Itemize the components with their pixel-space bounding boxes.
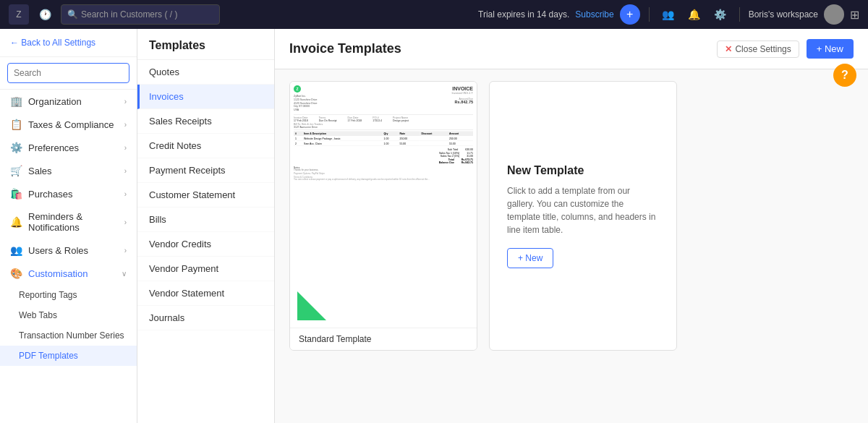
sub-nav-pdf-templates[interactable]: PDF Templates [0,346,137,366]
preferences-icon: ⚙️ [10,142,22,153]
sidebar-item-label: Purchases [28,189,72,200]
sub-nav-reporting-tags[interactable]: Reporting Tags [0,285,137,305]
workspace-label[interactable]: Boris's workspace [749,9,818,20]
organization-icon: 🏢 [10,95,22,107]
template-nav-journals[interactable]: Journals [137,306,274,330]
sidebar-item-taxes[interactable]: 📋 Taxes & Compliance › [0,113,137,136]
main-content: Invoice Templates ✕ Close Settings + New… [275,29,868,423]
invoice-terms: Terms & ConditionsYou can collect a down… [294,176,473,180]
help-button[interactable]: ? [833,64,856,87]
avatar[interactable] [824,4,844,25]
sidebar-item-label: Sales [28,166,52,176]
users-icon: 👥 [10,244,22,256]
template-nav-vendor-payment[interactable]: Vendor Payment [137,257,274,281]
sidebar-item-label: Preferences [28,142,79,153]
balance-due-row: Balance DueRs.842.75 [294,161,473,164]
invoice-row: 2Sam Acc. Claim1.0055.0055.00 [294,141,473,146]
nav-divider [649,7,650,22]
sidebar-item-customisation[interactable]: 🎨 Customisation ∨ [0,262,137,285]
invoice-title: INVOICE [452,85,474,91]
template-card-standard[interactable]: Z ZyBart Inc.1123 Sunshine Drive4123 Sun… [289,81,477,351]
due-date-field: Due Date 17 Feb 2018 [348,116,362,121]
customisation-icon: 🎨 [10,268,22,279]
new-template-description: Click to add a template from our gallery… [507,184,659,236]
left-sidebar: ← Back to All Settings 🏢 Organization › … [0,29,137,423]
chevron-right-icon: › [124,167,127,175]
template-nav-credit-notes[interactable]: Credit Notes [137,134,274,158]
sales-icon: 🛒 [10,165,22,176]
template-nav-vendor-statement[interactable]: Vendor Statement [137,281,274,306]
close-settings-label: Close Settings [735,44,791,54]
taxes-icon: 📋 [10,119,22,130]
search-placeholder: Search in Customers ( / ) [81,9,177,20]
back-to-settings[interactable]: ← Back to All Settings [0,29,137,57]
invoice-meta-row: Invoice Date 17 Feb 2018 Terms Due On Re… [294,116,473,121]
invoice-logo: Z [294,85,301,93]
settings-icon[interactable]: ⚙️ [710,4,731,25]
templates-panel-title: Templates [137,29,274,60]
sidebar-item-label: Organization [28,96,82,107]
search-icon: 🔍 [67,9,78,20]
global-search[interactable]: 🔍 Search in Customers ( / ) [61,4,220,25]
template-nav-invoices[interactable]: Invoices [137,85,274,109]
new-template-title: New Template [507,164,584,177]
add-button[interactable]: + [620,4,640,25]
content-header: Invoice Templates ✕ Close Settings + New [275,29,868,69]
tax2-row: Sales Tax 2 (5%)31.00 [294,155,473,158]
sidebar-search-input[interactable] [7,63,129,83]
sidebar-item-sales[interactable]: 🛒 Sales › [0,159,137,182]
sidebar-search-wrap [0,57,137,90]
invoice-totals: Sub Total630.00 Sales Tax 1 (10%)11.71 S… [294,148,473,164]
template-nav-vendor-credits[interactable]: Vendor Credits [137,232,274,257]
new-template-inner-button[interactable]: + New [507,248,553,268]
template-nav-bills[interactable]: Bills [137,208,274,232]
invoice-number: Invoice# INV-1 T [452,91,474,95]
close-settings-button[interactable]: ✕ Close Settings [717,40,799,58]
template-nav-sales-receipts[interactable]: Sales Receipts [137,109,274,134]
sidebar-item-label: Customisation [28,268,88,279]
content-title: Invoice Templates [289,41,401,56]
chevron-right-icon: › [124,190,127,198]
top-nav: Z 🕐 🔍 Search in Customers ( / ) Trial ex… [0,0,868,29]
amount-due-value: Rs.842.75 [452,100,474,104]
grid-icon[interactable]: ⊞ [850,8,859,22]
green-triangle-icon [297,291,326,320]
templates-panel: Templates Quotes Invoices Sales Receipts… [137,29,275,423]
template-nav-payment-receipts[interactable]: Payment Receipts [137,158,274,183]
terms-field: Terms Due On Receipt [319,116,337,121]
invoice-table: #Item & DescriptionQtyRateDiscountAmount… [294,131,473,146]
project-field: Project Name Design project [393,116,409,121]
sub-nav-web-tabs[interactable]: Web Tabs [0,305,137,325]
bell-icon[interactable]: 🔔 [684,4,705,25]
sub-nav-transaction-number-series[interactable]: Transaction Number Series [0,325,137,346]
tax1-row: Sales Tax 1 (10%)11.71 [294,151,473,154]
purchases-icon: 🛍️ [10,188,22,200]
people-icon[interactable]: 👥 [658,4,678,25]
sidebar-item-label: Reminders & Notifications [28,211,119,233]
sidebar-item-preferences[interactable]: ⚙️ Preferences › [0,136,137,159]
header-right: ✕ Close Settings + New [717,39,854,59]
template-nav-quotes[interactable]: Quotes [137,60,274,85]
trial-text: Trial expires in 14 days. [478,9,569,20]
chevron-right-icon: › [124,121,127,129]
chevron-right-icon: › [124,144,127,152]
sidebar-item-users[interactable]: 👥 Users & Roles › [0,239,137,262]
subscribe-link[interactable]: Subscribe [575,9,613,20]
po-field: P.O.# 17313.4 [373,116,382,121]
chevron-right-icon: › [124,247,127,255]
sidebar-item-organization[interactable]: 🏢 Organization › [0,90,137,113]
invoice-company: ZyBart Inc.1123 Sunshine Drive4123 Sunsh… [294,94,318,111]
svg-marker-0 [297,291,326,320]
invoice-footer: Payment Options: PayPal Stripe [294,172,473,174]
new-template-button[interactable]: + New [807,39,854,59]
sidebar-item-reminders[interactable]: 🔔 Reminders & Notifications › [0,205,137,239]
app-logo: Z [9,4,29,25]
main-layout: ← Back to All Settings 🏢 Organization › … [0,29,868,423]
new-template-card[interactable]: New Template Click to add a template fro… [489,81,677,351]
sidebar-item-purchases[interactable]: 🛍️ Purchases › [0,182,137,205]
chevron-right-icon: › [124,98,127,106]
subtotal-row: Sub Total630.00 [294,148,473,151]
chevron-down-icon: ∨ [122,270,127,278]
template-nav-customer-statement[interactable]: Customer Statement [137,183,274,208]
recent-icon[interactable]: 🕐 [35,4,55,25]
